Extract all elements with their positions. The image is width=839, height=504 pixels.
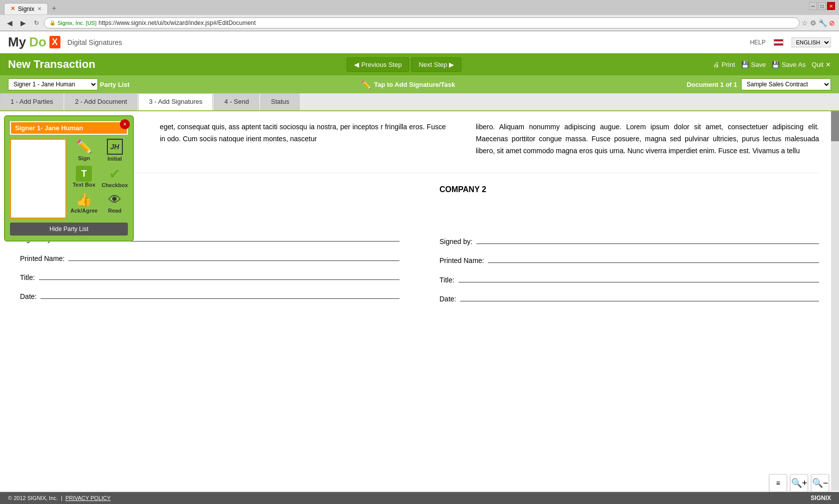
tap-signature-btn[interactable]: ✏️ Tap to Add Signature/Task <box>361 80 455 89</box>
textbox-icon: T <box>76 166 92 182</box>
quit-action[interactable]: Quit ✕ <box>812 61 831 68</box>
forward-btn[interactable]: ▶ <box>17 18 29 28</box>
scrollbar[interactable] <box>831 111 839 491</box>
list-view-btn[interactable]: ≡ <box>769 474 787 492</box>
tab-add-parties[interactable]: 1 - Add Parties <box>0 93 63 110</box>
doc-select[interactable]: Sample Sales Contract <box>741 78 831 90</box>
tab-bar: ✕ Signix ✕ + ─ □ ✕ <box>0 0 839 15</box>
footer: © 2012 SIGNIX, Inc. | PRIVACY POLICY SIG… <box>0 492 839 504</box>
save-action[interactable]: 💾 Save <box>741 61 766 68</box>
toolbar: New Transaction ◀ Previous Step Next Ste… <box>0 53 839 75</box>
help-link[interactable]: HELP <box>750 39 766 46</box>
nav-icons: ☆ ⚙ 🔧 ⊘ <box>802 19 835 27</box>
tab-status[interactable]: Status <box>260 93 300 110</box>
zoom-controls: ≡ 🔍+ 🔍− <box>769 474 829 492</box>
minimize-btn[interactable]: ─ <box>809 2 817 10</box>
main-content: Signer 1- Jane Human × ✏️ Sign JH Initia… <box>0 111 839 491</box>
logo-my: My <box>8 34 26 50</box>
save-as-action[interactable]: 💾 Save As <box>772 61 806 68</box>
ackagree-action[interactable]: 👍 Ack/Agree <box>70 192 97 214</box>
language-select[interactable]: ENGLISH <box>792 37 831 47</box>
company2-signed-by: Signed by: <box>439 236 819 247</box>
extensions-icon[interactable]: 🔧 <box>819 19 827 27</box>
sign-icon: ✏️ <box>76 139 92 154</box>
initial-icon: JH <box>107 139 123 155</box>
company2-spacer <box>439 206 819 236</box>
company1-title: Title: <box>20 272 400 283</box>
refresh-btn[interactable]: ↻ <box>31 18 42 27</box>
ssl-label: Signix, Inc. [US] <box>57 20 96 26</box>
doc-text-left: eget, consequat quis, ass aptent taciti … <box>160 121 446 163</box>
close-window-btn[interactable]: ✕ <box>827 2 835 10</box>
party-panel: Signer 1- Jane Human × ✏️ Sign JH Initia… <box>4 115 134 242</box>
doc-text-right: libero. Aliquam nonummy adipiscing augue… <box>476 121 819 163</box>
initial-action[interactable]: JH Initial <box>101 139 128 162</box>
company2-title: Title: <box>439 274 819 285</box>
title-line2 <box>458 274 819 282</box>
print-action[interactable]: 🖨 Print <box>713 61 735 68</box>
flag-icon <box>774 39 784 46</box>
settings-icon[interactable]: ⚙ <box>810 19 817 27</box>
party-select-wrap: Signer 1 - Jane Human Party List <box>8 78 129 90</box>
date-line1 <box>40 291 400 299</box>
doc-paragraph-left: eget, consequat quis, ass aptent taciti … <box>160 121 446 145</box>
pen-icon: ✏️ <box>361 80 371 89</box>
tab-add-signatures[interactable]: 3 - Add Signatures <box>138 93 213 110</box>
next-arrow-icon: ▶ <box>449 61 454 68</box>
print-icon: 🖨 <box>713 61 720 68</box>
party-list-label: Party List <box>100 81 129 88</box>
party-select[interactable]: Signer 1 - Jane Human <box>8 78 98 90</box>
header-right: HELP ENGLISH <box>750 37 831 47</box>
privacy-policy[interactable]: PRIVACY POLICY <box>65 495 111 501</box>
new-tab-button[interactable]: + <box>48 4 60 13</box>
zoom-in-btn[interactable]: 🔍+ <box>790 474 808 492</box>
checkbox-icon: ✔ <box>109 166 120 182</box>
save-as-icon: 💾 <box>772 61 780 68</box>
printed-name-line1 <box>68 253 400 261</box>
scrollbar-thumb[interactable] <box>831 111 839 141</box>
party-panel-close-btn[interactable]: × <box>120 119 130 129</box>
company2-date: Date: <box>439 293 819 304</box>
sign-action[interactable]: ✏️ Sign <box>70 139 97 162</box>
page-title: New Transaction <box>8 58 95 71</box>
save-icon: 💾 <box>741 61 749 68</box>
read-action[interactable]: 👁 Read <box>101 192 128 214</box>
app-logo: MyDoX Digital Signatures <box>8 34 122 50</box>
party-list-box <box>10 139 66 219</box>
zoom-out-btn[interactable]: 🔍− <box>811 474 829 492</box>
browser-tab[interactable]: ✕ Signix ✕ <box>4 3 48 14</box>
block-icon[interactable]: ⊘ <box>829 19 835 27</box>
doc-paragraph-right: libero. Aliquam nonummy adipiscing augue… <box>476 121 819 157</box>
nav-bar: ◀ ▶ ↻ 🔒 Signix, Inc. [US] https://www.si… <box>0 15 839 31</box>
footer-left: © 2012 SIGNIX, Inc. | PRIVACY POLICY <box>8 495 111 501</box>
browser-chrome: ✕ Signix ✕ + ─ □ ✕ ◀ ▶ ↻ 🔒 Signix, Inc. … <box>0 0 839 31</box>
signed-by-line2 <box>476 236 819 244</box>
address-bar[interactable]: 🔒 Signix, Inc. [US] https://www.signix.n… <box>44 17 800 28</box>
date-line2 <box>460 293 819 301</box>
bookmark-icon[interactable]: ☆ <box>802 19 808 27</box>
party-panel-body: ✏️ Sign JH Initial T Text Box ✔ Checkbox <box>10 139 128 219</box>
app-header: MyDoX Digital Signatures HELP ENGLISH <box>0 31 839 53</box>
logo-do: Do <box>29 34 46 50</box>
tab-title: Signix <box>18 5 34 12</box>
textbox-action[interactable]: T Text Box <box>70 166 97 188</box>
maximize-btn[interactable]: □ <box>818 2 826 10</box>
ssl-badge: 🔒 <box>49 20 55 25</box>
tab-add-document[interactable]: 2 - Add Document <box>64 93 137 110</box>
url-text: https://www.signix.net/ui/tx/wizard/inde… <box>98 19 256 26</box>
wizard-tabs: 1 - Add Parties 2 - Add Document 3 - Add… <box>0 93 839 111</box>
checkbox-action[interactable]: ✔ Checkbox <box>101 166 128 188</box>
prev-step-btn[interactable]: ◀ Previous Step <box>347 57 409 72</box>
party-name-badge: Signer 1- Jane Human <box>10 121 128 135</box>
tab-close-btn[interactable]: ✕ <box>37 6 41 11</box>
toolbar-left: New Transaction <box>8 58 95 71</box>
company2-printed-name: Printed Name: <box>439 255 819 266</box>
party-bar: Signer 1 - Jane Human Party List ✏️ Tap … <box>0 75 839 93</box>
tab-send[interactable]: 4 - Send <box>214 93 259 110</box>
company2-name: COMPANY 2 <box>439 183 819 196</box>
quit-icon: ✕ <box>826 61 831 68</box>
hide-party-btn[interactable]: Hide Party List <box>10 223 128 236</box>
company1-date: Date: <box>20 291 400 302</box>
next-step-btn[interactable]: Next Step ▶ <box>411 57 461 72</box>
back-btn[interactable]: ◀ <box>4 18 15 28</box>
